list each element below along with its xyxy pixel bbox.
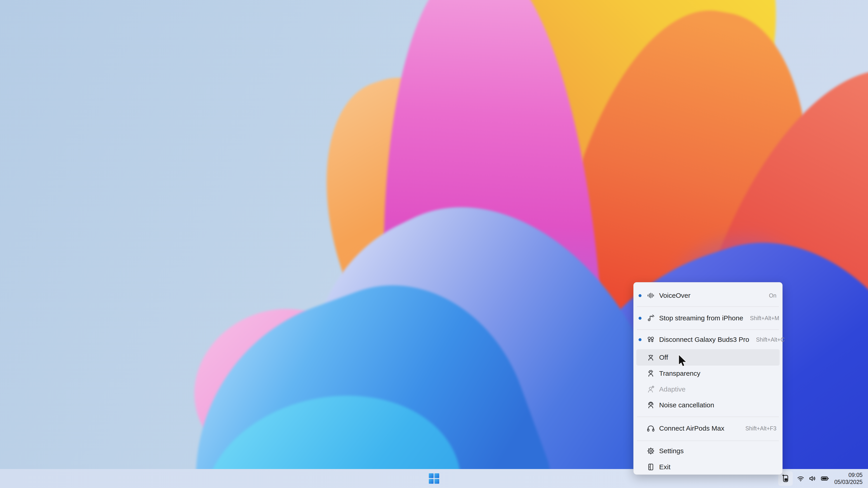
menu-item-shortcut: Shift+Alt+M — [743, 315, 779, 322]
menu-item-label: Disconnect Galaxy Buds3 Pro — [659, 336, 749, 344]
menu-separator — [637, 441, 779, 441]
menu-item-connect-airpods-max[interactable]: Connect AirPods Max Shift+Alt+F3 — [633, 417, 782, 440]
transparency-icon — [646, 369, 656, 378]
active-dot — [639, 294, 642, 297]
menu-item-label: Adaptive — [659, 385, 686, 393]
start-button[interactable] — [429, 473, 439, 484]
menu-item-label: Settings — [659, 447, 684, 455]
menu-item-label: Noise cancellation — [659, 401, 714, 409]
menu-item-disconnect-buds[interactable]: Disconnect Galaxy Buds3 Pro Shift+Alt+C — [633, 330, 782, 349]
adaptive-icon — [646, 385, 656, 394]
menu-item-label: Connect AirPods Max — [659, 424, 724, 432]
earbuds-icon — [646, 335, 656, 344]
menu-item-shortcut: Shift+Alt+F3 — [739, 425, 776, 432]
menu-item-settings[interactable]: Settings — [633, 443, 782, 459]
voiceover-icon — [646, 291, 656, 300]
menu-item-exit[interactable]: Exit — [633, 459, 782, 475]
active-dot — [639, 338, 642, 341]
noise-cancellation-icon — [646, 400, 656, 410]
music-stream-icon — [646, 314, 656, 323]
menu-item-shortcut: Shift+Alt+C — [749, 336, 784, 343]
start-logo-square — [429, 473, 434, 478]
battery-icon[interactable] — [820, 474, 829, 483]
taskbar-clock[interactable]: 09:05 05/03/2025 — [834, 471, 863, 486]
clock-time: 09:05 — [834, 471, 863, 479]
menu-item-label: Stop streaming from iPhone — [659, 314, 743, 322]
mouse-cursor — [678, 354, 688, 369]
menu-item-label: Exit — [659, 463, 671, 471]
exit-door-icon — [646, 462, 656, 471]
wifi-icon[interactable] — [797, 475, 805, 483]
anc-off-icon — [646, 353, 656, 362]
menu-item-adaptive[interactable]: Adaptive — [633, 381, 782, 397]
menu-item-transparency[interactable]: Transparency — [633, 365, 782, 381]
menu-item-label: VoiceOver — [659, 292, 690, 299]
system-tray: 09:05 05/03/2025 — [778, 469, 868, 488]
start-logo-square — [434, 473, 439, 478]
desktop: 09:05 05/03/2025 VoiceOver On — [0, 0, 868, 488]
active-dot — [639, 317, 642, 320]
menu-item-status: On — [762, 292, 776, 299]
menu-item-label: Off — [659, 354, 668, 361]
menu-item-label: Transparency — [659, 369, 700, 377]
menu-item-voiceover[interactable]: VoiceOver On — [633, 285, 782, 306]
menu-item-noise-cancellation[interactable]: Noise cancellation — [633, 397, 782, 413]
start-logo-square — [434, 479, 439, 484]
start-logo-square — [429, 479, 434, 484]
tray-context-menu: VoiceOver On Stop streaming from iPhone … — [633, 282, 782, 475]
menu-item-off[interactable]: Off — [636, 349, 780, 365]
volume-icon[interactable] — [809, 475, 817, 483]
device-tray-icon — [781, 474, 790, 483]
headphones-icon — [646, 424, 656, 433]
gear-icon — [646, 447, 656, 455]
menu-item-stop-streaming[interactable]: Stop streaming from iPhone Shift+Alt+M — [633, 307, 782, 329]
clock-date: 05/03/2025 — [834, 479, 863, 486]
